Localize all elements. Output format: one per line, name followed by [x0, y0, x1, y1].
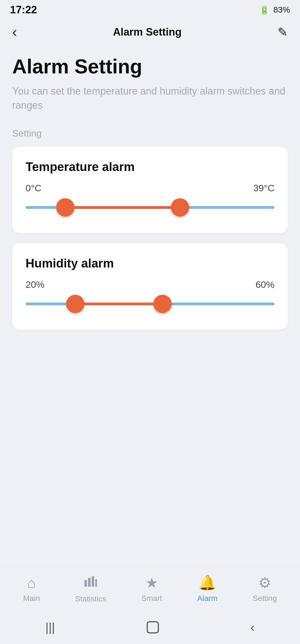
back-nav-button[interactable]: ‹ — [251, 620, 255, 634]
tab-smart[interactable]: ★ Smart — [141, 574, 162, 603]
system-nav: ||| ‹ — [0, 611, 300, 644]
humidity-max-label: 60% — [256, 279, 274, 290]
temperature-active-range — [65, 206, 180, 209]
back-button[interactable]: ‹ — [12, 24, 17, 40]
section-label: Setting — [12, 128, 288, 139]
humidity-slider[interactable] — [26, 293, 274, 315]
statistics-label: Statistics — [75, 595, 106, 603]
status-icons: 🔋 83% — [259, 5, 290, 15]
statistics-icon — [83, 574, 98, 592]
main-content: Alarm Setting You can set the temperatur… — [0, 44, 300, 330]
tab-setting[interactable]: ⚙ Setting — [253, 574, 277, 603]
temperature-alarm-card: Temperature alarm 0°C 39°C — [12, 147, 288, 233]
svg-rect-2 — [92, 576, 94, 587]
humidity-thumb-min[interactable] — [66, 295, 84, 313]
alarm-icon: 🔔 — [198, 574, 216, 591]
setting-label: Setting — [253, 594, 277, 603]
temperature-alarm-title: Temperature alarm — [26, 160, 274, 174]
humidity-min-label: 20% — [26, 279, 44, 290]
smart-icon: ★ — [145, 574, 158, 591]
main-icon: ⌂ — [27, 574, 36, 591]
page-title: Alarm Setting — [12, 56, 288, 78]
home-button[interactable] — [146, 620, 160, 634]
battery-icon: 🔋 — [259, 5, 269, 15]
tab-main[interactable]: ⌂ Main — [23, 574, 40, 603]
humidity-thumb-max[interactable] — [153, 295, 172, 313]
page-subtitle: You can set the temperature and humidity… — [12, 84, 288, 112]
humidity-alarm-card: Humidity alarm 20% 60% — [12, 243, 288, 330]
alarm-label: Alarm — [197, 594, 218, 603]
svg-rect-1 — [88, 578, 91, 587]
temperature-thumb-max[interactable] — [171, 198, 189, 217]
temperature-min-label: 0°C — [26, 183, 41, 194]
setting-icon: ⚙ — [258, 574, 271, 591]
humidity-range-labels: 20% 60% — [26, 279, 274, 290]
svg-rect-3 — [95, 579, 97, 587]
temperature-slider[interactable] — [26, 196, 274, 219]
humidity-alarm-title: Humidity alarm — [26, 256, 274, 270]
svg-rect-0 — [84, 580, 87, 587]
tab-statistics[interactable]: Statistics — [75, 574, 106, 603]
svg-rect-4 — [147, 622, 158, 633]
bottom-nav: ⌂ Main Statistics ★ Smart 🔔 Alarm ⚙ Sett… — [0, 566, 300, 611]
main-label: Main — [23, 594, 40, 603]
temperature-max-label: 39°C — [253, 183, 274, 194]
page-header-title: Alarm Setting — [113, 26, 182, 38]
status-time: 17:22 — [10, 4, 37, 16]
temperature-thumb-min[interactable] — [56, 198, 74, 217]
status-bar: 17:22 🔋 83% — [0, 0, 300, 19]
top-nav: ‹ Alarm Setting ✎ — [0, 19, 300, 44]
temperature-range-labels: 0°C 39°C — [26, 183, 274, 194]
recent-apps-button[interactable]: ||| — [46, 620, 55, 634]
tab-alarm[interactable]: 🔔 Alarm — [197, 574, 218, 603]
battery-percent: 83% — [273, 5, 290, 14]
humidity-active-range — [75, 303, 162, 305]
edit-button[interactable]: ✎ — [278, 25, 288, 39]
smart-label: Smart — [141, 594, 162, 603]
